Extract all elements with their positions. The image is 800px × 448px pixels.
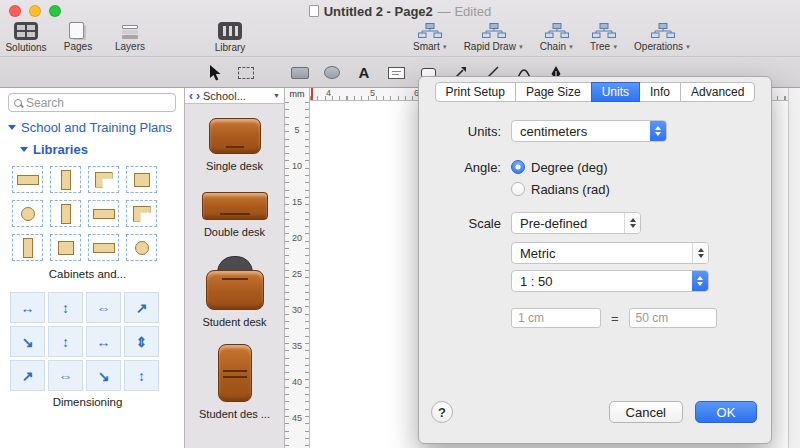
angle-degree-radio[interactable]: Degree (deg) (511, 158, 610, 176)
scale-mode-select[interactable]: Pre-defined (511, 212, 641, 234)
library-item-label: Single desk (206, 160, 263, 172)
stepper-arrows-icon (650, 121, 666, 141)
text-block-icon (388, 67, 405, 79)
toolbar-button-smart[interactable]: Smart▼ (413, 23, 448, 52)
ok-button[interactable]: OK (695, 401, 757, 423)
library-item-student-desk-2[interactable]: Student des ... (199, 328, 270, 420)
vertical-ruler: mm 51015202530354045 (285, 88, 310, 448)
ellipse-tool[interactable] (320, 63, 344, 83)
pages-button[interactable]: Pages (56, 22, 100, 53)
units-select[interactable]: centimeters (511, 120, 667, 142)
toolbar-button-label: Rapid Draw (464, 41, 516, 52)
library-thumbnail[interactable]: ↘ (10, 326, 45, 357)
tab-info[interactable]: Info (639, 82, 681, 102)
select-area-tool[interactable] (234, 63, 258, 83)
close-button[interactable] (9, 5, 21, 17)
library-thumbnail[interactable] (124, 232, 159, 263)
library-thumbnail[interactable]: ↗ (124, 292, 159, 323)
radio-selected-icon (511, 160, 525, 174)
library-thumbnail[interactable]: ↕ (48, 292, 83, 323)
library-button[interactable]: Library (208, 22, 252, 53)
solutions-button[interactable]: Solutions (4, 22, 48, 53)
pointer-tool[interactable] (202, 63, 226, 83)
traffic-lights (9, 5, 61, 17)
flowchart-icon (592, 23, 616, 40)
library-thumbnail[interactable]: ↔ (86, 326, 121, 357)
library-item-single-desk[interactable]: Single desk (206, 104, 263, 172)
toolbar-button-tree[interactable]: Tree▼ (590, 23, 618, 52)
help-button[interactable]: ? (431, 401, 453, 423)
search-input[interactable] (26, 96, 170, 110)
ratio-select-value: 1 : 50 (512, 274, 692, 289)
library-thumbnail[interactable] (48, 232, 83, 263)
dimension-arrow-icon: ↕ (62, 301, 69, 315)
library-icon (218, 22, 242, 40)
toolbar-button-rapid-draw[interactable]: Rapid Draw▼ (464, 23, 524, 52)
section-title: School and Training Plans (21, 120, 172, 135)
library-item-double-desk[interactable]: Double desk (202, 172, 268, 238)
text-tool-letter: A (359, 65, 370, 80)
vertical-scrollbar[interactable] (788, 88, 800, 448)
library-thumbnail[interactable] (124, 198, 159, 229)
back-chevron-icon[interactable]: ‹ (189, 90, 193, 102)
layers-button[interactable]: Layers (108, 22, 152, 53)
library-thumbnail[interactable] (10, 164, 45, 195)
library-thumbnail[interactable]: ↕ (124, 360, 159, 391)
library-thumbnail[interactable]: ↗ (10, 360, 45, 391)
metric-select-value: Metric (512, 246, 692, 261)
tab-page-size[interactable]: Page Size (515, 82, 592, 102)
scale-from-input[interactable] (511, 308, 601, 328)
text-block-tool[interactable] (384, 63, 408, 83)
tab-print-setup[interactable]: Print Setup (435, 82, 516, 102)
minimize-button[interactable] (29, 5, 41, 17)
library-thumbnail[interactable] (124, 164, 159, 195)
library-thumbnail[interactable] (48, 164, 83, 195)
equals-sign: = (611, 311, 619, 326)
library-thumbnail[interactable] (10, 198, 45, 229)
rectangle-tool[interactable] (288, 63, 312, 83)
radio-unselected-icon (511, 182, 525, 196)
chevron-down-icon: ▼ (612, 44, 618, 50)
text-tool[interactable]: A (352, 63, 376, 83)
library-thumbnail[interactable]: ↘ (86, 360, 121, 391)
library-item-student-desk[interactable]: Student desk (202, 238, 266, 328)
tab-units[interactable]: Units (591, 82, 640, 102)
solutions-label: Solutions (5, 42, 46, 53)
library-thumbnail[interactable] (10, 232, 45, 263)
library-thumbnail[interactable]: ⇕ (124, 326, 159, 357)
library-thumbnail[interactable]: ⇔ (48, 360, 83, 391)
ruler-tick-label: 25 (285, 269, 309, 279)
cursor-icon (207, 64, 222, 81)
scale-to-input[interactable] (629, 308, 717, 328)
library-thumbnail[interactable]: ↕ (48, 326, 83, 357)
dimension-arrow-icon: ↘ (98, 369, 110, 383)
ruler-tick-label: 20 (285, 233, 309, 243)
library-thumbnail[interactable] (86, 198, 121, 229)
metric-select[interactable]: Metric (511, 242, 709, 264)
library-thumbnail[interactable] (86, 164, 121, 195)
ratio-select[interactable]: 1 : 50 (511, 270, 709, 292)
stepper-arrows-icon (692, 243, 708, 263)
library-thumbnail[interactable] (48, 198, 83, 229)
library-item-label: Double desk (204, 226, 265, 238)
search-box[interactable] (8, 93, 176, 112)
library-panel-title: School... (203, 90, 246, 102)
chevron-down-icon: ▼ (273, 92, 280, 99)
dimension-arrow-icon: ↔ (21, 301, 35, 315)
toolbar-button-chain[interactable]: Chain▼ (540, 23, 574, 52)
toolbar-button-operations[interactable]: Operations▼ (634, 23, 691, 52)
sidebar-section-libraries[interactable]: Libraries (0, 137, 184, 159)
cancel-button[interactable]: Cancel (609, 401, 683, 423)
ruler-unit-label: mm (285, 89, 309, 99)
tab-advanced[interactable]: Advanced (680, 82, 755, 102)
library-panel-header[interactable]: ‹ › School... ▼ (185, 88, 284, 104)
library-thumbnail[interactable] (86, 232, 121, 263)
library-thumbnail[interactable]: ↔ (10, 292, 45, 323)
library-thumbnail[interactable]: ⇔ (86, 292, 121, 323)
zoom-button[interactable] (49, 5, 61, 17)
cabinet-shape-icon (95, 172, 113, 188)
forward-chevron-icon[interactable]: › (196, 90, 200, 102)
sidebar-section-school-plans[interactable]: School and Training Plans (0, 115, 184, 137)
window-edited-text: — Edited (438, 4, 491, 19)
angle-radians-radio[interactable]: Radians (rad) (511, 180, 610, 198)
